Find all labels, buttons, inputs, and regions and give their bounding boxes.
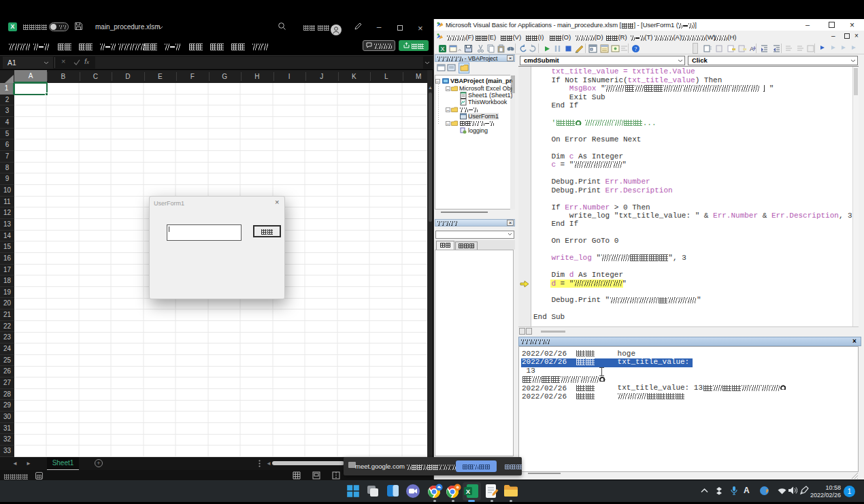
svg-text:A: A — [750, 46, 754, 52]
svg-text:X: X — [466, 488, 471, 495]
svg-text:X: X — [440, 46, 444, 52]
svg-text:?: ? — [635, 46, 637, 52]
